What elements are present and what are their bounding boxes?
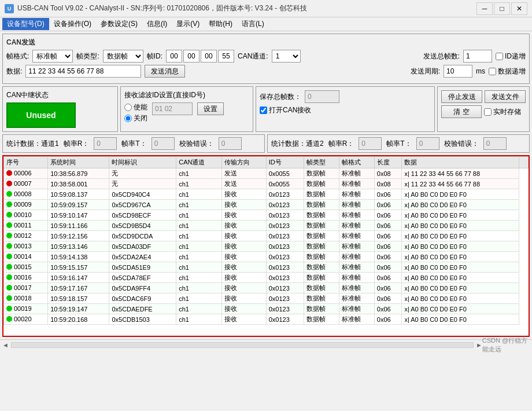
watermark-text: CSDN @行稳方能走远	[482, 336, 530, 354]
stats-ch1-rater-label: 帧率R：	[64, 139, 90, 149]
send-file-button[interactable]: 发送文件	[485, 90, 526, 103]
menu-help[interactable]: 帮助(H)	[204, 18, 237, 30]
td-seq: 00011	[4, 221, 48, 231]
frame-id-byte1[interactable]	[183, 50, 200, 63]
frame-id-byte2[interactable]	[201, 50, 217, 63]
td-direction: 接收	[221, 314, 266, 325]
stats-ch2-ratet-label: 帧率T：	[386, 139, 411, 149]
stats-ch2-checksum-input	[483, 137, 507, 150]
td-sys-time: 10:38:58.001	[48, 179, 109, 189]
td-frame-format: 标准帧	[339, 231, 374, 241]
td-frame-type: 数据帧	[304, 200, 339, 210]
maximize-button[interactable]: □	[494, 2, 510, 15]
id-incr-checkbox[interactable]	[496, 53, 503, 60]
send-msg-button[interactable]: 发送消息	[145, 65, 185, 78]
td-time-id: 0x5CDAC6F9	[109, 293, 176, 304]
td-frame-type: 数据帧	[304, 241, 339, 252]
save-total-frames-input[interactable]	[305, 90, 339, 103]
td-frame-type: 数据帧	[304, 262, 339, 273]
table-row: 00018 10:59:18.157 0x5CDAC6F9 ch1 接收 0x0…	[4, 293, 529, 304]
td-seq: 00010	[4, 210, 48, 221]
filter-enable-label[interactable]: 使能	[124, 102, 147, 112]
channel-select[interactable]: 1 2	[272, 50, 301, 63]
td-data: x| A0 B0 C0 D0 E0 F0	[402, 262, 519, 273]
td-seq: 00016	[4, 273, 48, 283]
stop-send-button[interactable]: 停止发送	[441, 90, 482, 103]
frame-id-byte3[interactable]	[218, 50, 234, 63]
data-incr-checkbox[interactable]	[489, 68, 496, 75]
data-label: 数据:	[6, 67, 22, 76]
table-row: 00007 10:38:58.001 无 ch1 发送 0x0055 数据帧 标…	[4, 179, 529, 189]
td-len: 0x08	[374, 179, 402, 189]
th-frame-type: 帧类型	[304, 157, 339, 168]
menu-display[interactable]: 显示(V)	[172, 18, 204, 30]
menu-lang[interactable]: 语言(L)	[237, 18, 269, 30]
td-frame-type: 数据帧	[304, 293, 339, 304]
open-can-recv-checkbox[interactable]	[260, 107, 267, 114]
td-data: x| 11 22 33 44 55 66 77 88	[402, 179, 519, 189]
td-channel: ch1	[176, 304, 222, 314]
clear-button[interactable]: 清 空	[441, 105, 482, 118]
menu-param-set[interactable]: 参数设定(S)	[96, 18, 142, 30]
td-sys-time: 10:59:20.168	[48, 314, 109, 325]
td-seq: 00008	[4, 189, 48, 200]
td-channel: ch1	[176, 273, 222, 283]
minimize-button[interactable]: ─	[476, 2, 493, 15]
td-frame-format: 标准帧	[339, 210, 374, 221]
id-incr-checkbox-label[interactable]: ID递增	[496, 52, 526, 61]
td-frame-format: 标准帧	[339, 314, 374, 325]
td-frame-type: 数据帧	[304, 168, 339, 179]
td-frame-format: 标准帧	[339, 304, 374, 314]
td-direction: 接收	[221, 210, 266, 221]
td-seq: 00012	[4, 231, 48, 241]
data-table-wrapper[interactable]: 序号 系统时间 时间标识 CAN通道 传输方向 ID号 帧类型 帧格式 长度 数…	[3, 156, 529, 336]
td-sys-time: 10:59:12.156	[48, 231, 109, 241]
open-can-recv-label[interactable]: 打开CAN接收	[260, 105, 431, 115]
td-data: x| A0 B0 C0 D0 E0 F0	[402, 221, 519, 231]
total-frames-input[interactable]	[463, 50, 492, 63]
menu-info[interactable]: 信息(I)	[142, 18, 172, 30]
td-channel: ch1	[176, 283, 222, 293]
filter-enable-radio[interactable]	[124, 104, 132, 111]
td-sys-time: 10:38:56.879	[48, 168, 109, 179]
td-len: 0x06	[374, 231, 402, 241]
td-data: x| A0 B0 C0 D0 E0 F0	[402, 210, 519, 221]
menu-device-op[interactable]: 设备操作(O)	[49, 18, 96, 30]
filter-value-input[interactable]	[152, 102, 193, 115]
frame-format-select[interactable]: 标准帧 扩展帧	[32, 50, 73, 63]
td-channel: ch1	[176, 210, 222, 221]
filter-set-button[interactable]: 设置	[197, 102, 224, 115]
can-send-row2: 数据: 发送消息 发送周期: ms 数据递增	[6, 65, 526, 78]
td-frame-type: 数据帧	[304, 304, 339, 314]
realtime-store-label[interactable]: 实时存储	[484, 107, 521, 117]
period-input[interactable]	[444, 65, 472, 78]
data-table: 序号 系统时间 时间标识 CAN通道 传输方向 ID号 帧类型 帧格式 长度 数…	[3, 156, 529, 325]
period-label: 发送周期:	[411, 67, 440, 76]
data-input[interactable]	[25, 65, 141, 78]
frame-id-byte0[interactable]	[166, 50, 182, 63]
td-sys-time: 10:59:14.138	[48, 252, 109, 262]
td-data: x| A0 B0 C0 D0 E0 F0	[402, 241, 519, 252]
td-sys-time: 10:59:13.146	[48, 241, 109, 252]
td-frame-format: 标准帧	[339, 200, 374, 210]
td-time-id: 0x5CDA03DF	[109, 241, 176, 252]
relay-status-button[interactable]: Unused	[6, 102, 76, 128]
td-time-id: 0x5CDA78EF	[109, 273, 176, 283]
th-seq: 序号	[4, 157, 48, 168]
td-time-id: 0x5CDA9FF4	[109, 283, 176, 293]
data-incr-checkbox-label[interactable]: 数据递增	[489, 67, 526, 76]
filter-close-radio[interactable]	[124, 115, 132, 122]
realtime-store-checkbox[interactable]	[484, 108, 492, 116]
frame-id-inputs	[166, 50, 234, 63]
stats-row: 统计数据：通道1 帧率R： 帧率T： 校验错误： 统计数据：通道2 帧率R： 帧…	[2, 134, 530, 153]
title-bar-left: U USB-CAN Tool V9.02 - CANalyst-II - SN:…	[5, 3, 307, 13]
close-button[interactable]: ✕	[511, 2, 527, 15]
stats-ch1-rater-input	[94, 137, 117, 150]
td-id: 0x0123	[266, 304, 304, 314]
menu-device-type[interactable]: 设备型号(D)	[2, 18, 49, 30]
td-channel: ch1	[176, 293, 222, 304]
filter-close-label[interactable]: 关闭	[124, 113, 147, 123]
td-frame-type: 数据帧	[304, 179, 339, 189]
th-data: 数据	[402, 157, 519, 168]
frame-type-select[interactable]: 数据帧 远程帧	[103, 50, 143, 63]
